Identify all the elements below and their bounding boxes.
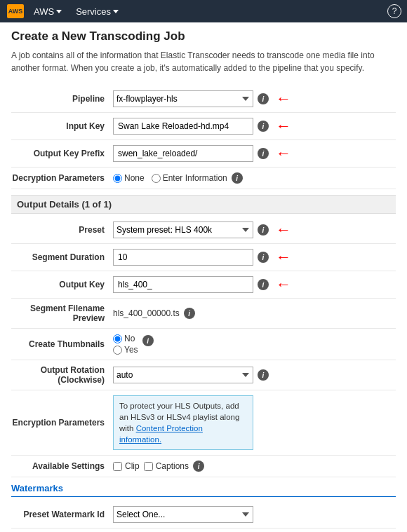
encryption-row: Encryption Parameters To protect your HL… <box>11 390 396 456</box>
output-key-prefix-field[interactable] <box>113 145 253 162</box>
output-details-section-header: Output Details (1 of 1) <box>11 195 396 214</box>
services-menu-label: Services <box>76 6 111 17</box>
pipeline-arrow-icon: ← <box>276 91 291 107</box>
thumbnails-no-radio[interactable] <box>113 334 122 343</box>
decryption-label: Decryption Parameters <box>11 173 113 183</box>
preset-info-icon[interactable]: i <box>258 224 269 236</box>
thumbnails-no-option[interactable]: No <box>113 334 138 343</box>
captions-checkbox[interactable] <box>144 462 153 471</box>
segment-duration-arrow-icon: ← <box>276 250 291 265</box>
available-settings-label: Available Settings <box>11 461 113 471</box>
preset-controls: System preset: HLS 400k i ← <box>113 221 396 238</box>
watermark-id-row: Preset Watermark Id Select One... <box>11 501 396 528</box>
output-key-prefix-label: Output Key Prefix <box>11 149 113 158</box>
page-title: Create a New Transcoding Job <box>11 29 396 43</box>
services-menu-chevron-icon <box>113 10 119 13</box>
top-navigation: AWS AWS Services ? <box>0 0 407 22</box>
output-rotation-info-icon[interactable]: i <box>258 369 269 381</box>
decryption-enter-option[interactable]: Enter Information <box>152 173 227 183</box>
decryption-info-icon[interactable]: i <box>232 172 243 184</box>
preset-select[interactable]: System preset: HLS 400k <box>113 221 253 238</box>
output-rotation-controls: auto i <box>113 367 396 383</box>
output-rotation-row: Output Rotation (Clockwise) auto i <box>11 360 396 390</box>
preset-arrow-icon: ← <box>276 222 291 238</box>
pipeline-row: Pipeline fx-flowplayer-hls i ← <box>11 86 396 113</box>
segment-filename-info-icon[interactable]: i <box>184 308 195 319</box>
clip-checkbox-label[interactable]: Clip <box>113 461 140 471</box>
output-key-label: Output Key <box>11 280 113 289</box>
watermarks-section-header: Watermarks <box>11 477 396 497</box>
input-key-row: Input Key i ← <box>11 113 396 140</box>
segment-filename-row: Segment Filename Preview hls_400_00000.t… <box>11 299 396 329</box>
add-output-row: + Add Another Output ← <box>11 528 396 532</box>
aws-logo-box: AWS <box>7 4 24 18</box>
input-key-controls: i ← <box>113 118 396 135</box>
encryption-box: To protect your HLS Outputs, add an HLSv… <box>113 395 253 450</box>
decryption-none-option[interactable]: None <box>113 173 145 183</box>
decryption-enter-radio[interactable] <box>152 174 161 183</box>
output-key-prefix-row: Output Key Prefix i ← <box>11 140 396 168</box>
decryption-none-radio[interactable] <box>113 174 122 183</box>
pipeline-label: Pipeline <box>11 94 113 104</box>
output-key-field[interactable] <box>113 276 253 293</box>
output-rotation-select[interactable]: auto <box>113 367 253 383</box>
output-key-info-icon[interactable]: i <box>258 279 269 290</box>
preset-label: Preset <box>11 225 113 235</box>
output-key-controls: i ← <box>113 276 396 293</box>
output-key-row: Output Key i ← <box>11 271 396 299</box>
input-key-info-icon[interactable]: i <box>258 121 269 132</box>
segment-filename-label: Segment Filename Preview <box>11 303 113 323</box>
aws-logo: AWS <box>6 4 25 18</box>
aws-menu-label: AWS <box>34 6 54 17</box>
input-key-arrow-icon: ← <box>276 118 291 134</box>
captions-checkbox-label[interactable]: Captions <box>144 461 189 471</box>
thumbnails-radio-group: No Yes <box>113 334 138 355</box>
segment-duration-row: Segment Duration i ← <box>11 244 396 271</box>
input-key-field[interactable] <box>113 118 253 135</box>
output-key-prefix-info-icon[interactable]: i <box>258 148 269 159</box>
available-settings-row: Available Settings Clip Captions i <box>11 456 396 477</box>
output-key-arrow-icon: ← <box>276 277 291 292</box>
main-content: Create a New Transcoding Job A job conta… <box>0 22 407 532</box>
create-thumbnails-row: Create Thumbnails No Yes i <box>11 329 396 360</box>
services-menu-button[interactable]: Services <box>70 4 124 20</box>
pipeline-select[interactable]: fx-flowplayer-hls <box>113 90 253 107</box>
segment-duration-field[interactable] <box>113 249 253 266</box>
page-description: A job contains all of the information th… <box>11 49 396 74</box>
segment-duration-info-icon[interactable]: i <box>258 252 269 263</box>
aws-menu-chevron-icon <box>56 10 62 13</box>
pipeline-controls: fx-flowplayer-hls i ← <box>113 90 396 107</box>
output-key-prefix-controls: i ← <box>113 145 396 162</box>
segment-duration-label: Segment Duration <box>11 252 113 262</box>
available-settings-info-icon[interactable]: i <box>193 461 204 472</box>
decryption-controls: None Enter Information i <box>113 172 396 184</box>
decryption-row: Decryption Parameters None Enter Informa… <box>11 168 396 189</box>
create-thumbnails-label: Create Thumbnails <box>11 339 113 349</box>
output-rotation-label: Output Rotation (Clockwise) <box>11 365 113 385</box>
segment-duration-controls: i ← <box>113 249 396 266</box>
pipeline-info-icon[interactable]: i <box>258 93 269 104</box>
thumbnails-info-icon[interactable]: i <box>142 335 154 346</box>
thumbnails-yes-option[interactable]: Yes <box>113 345 138 355</box>
watermark-id-select[interactable]: Select One... <box>113 506 253 523</box>
encryption-controls: To protect your HLS Outputs, add an HLSv… <box>113 395 396 450</box>
help-button[interactable]: ? <box>387 4 401 18</box>
input-key-label: Input Key <box>11 121 113 131</box>
create-thumbnails-controls: No Yes i <box>113 334 396 355</box>
thumbnails-yes-radio[interactable] <box>113 346 122 355</box>
preset-row: Preset System preset: HLS 400k i ← <box>11 217 396 244</box>
segment-filename-value: hls_400_00000.ts <box>113 308 180 318</box>
watermark-id-controls: Select One... <box>113 506 396 523</box>
decryption-radio-group: None Enter Information <box>113 173 227 183</box>
encryption-label: Encryption Parameters <box>11 418 113 428</box>
segment-filename-controls: hls_400_00000.ts i <box>113 308 396 319</box>
watermark-id-label: Preset Watermark Id <box>11 510 113 519</box>
output-key-prefix-arrow-icon: ← <box>276 146 291 161</box>
clip-checkbox[interactable] <box>113 462 122 471</box>
aws-menu-button[interactable]: AWS <box>28 4 67 20</box>
available-settings-controls: Clip Captions i <box>113 461 396 472</box>
